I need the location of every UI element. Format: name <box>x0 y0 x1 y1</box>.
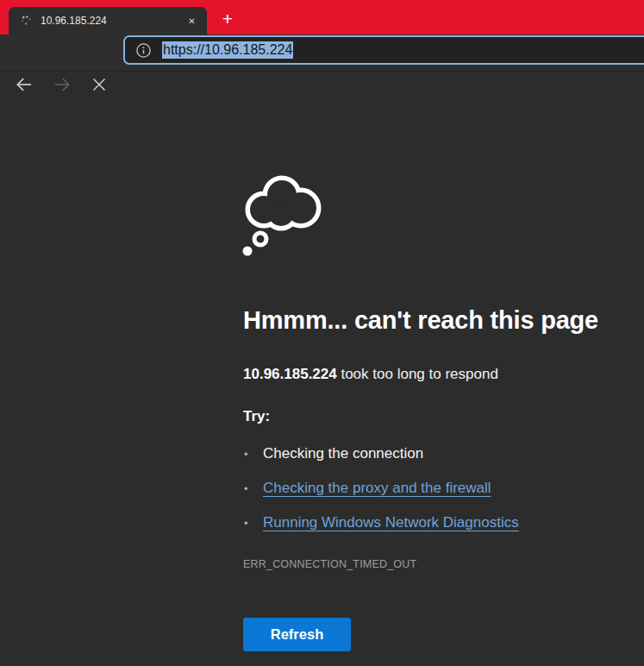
forward-button[interactable] <box>50 72 74 97</box>
suggestion-item: Checking the proxy and the firewall <box>243 479 631 498</box>
toolbar: https://10.96.185.224 <box>0 35 644 72</box>
url-text[interactable]: https://10.96.185.224 <box>162 42 293 58</box>
stop-button[interactable] <box>87 72 111 97</box>
suggestions-list: Checking the connection Checking the pro… <box>243 444 631 532</box>
network-diagnostics-link[interactable]: Running Windows Network Diagnostics <box>263 514 519 531</box>
address-bar[interactable]: https://10.96.185.224 <box>123 35 644 65</box>
error-subtitle: 10.96.185.224 took too long to respond <box>243 365 631 384</box>
forward-arrow-icon <box>53 75 72 94</box>
browser-window: 10.96.185.224 ✕ + https <box>0 0 644 666</box>
close-icon: ✕ <box>188 16 195 26</box>
suggestion-item: Running Windows Network Diagnostics <box>243 513 631 532</box>
back-arrow-icon <box>15 75 34 94</box>
proxy-firewall-link[interactable]: Checking the proxy and the firewall <box>263 480 491 496</box>
loading-spinner-icon <box>20 15 32 27</box>
host-name: 10.96.185.224 <box>243 366 337 382</box>
tab-strip: 10.96.185.224 ✕ + <box>0 0 644 35</box>
subtitle-text: took too long to respond <box>337 366 498 382</box>
tab-title: 10.96.185.224 <box>41 15 184 27</box>
suggestion-text: Checking the connection <box>263 445 423 462</box>
stop-x-icon <box>91 76 108 93</box>
info-icon[interactable] <box>134 41 153 60</box>
thought-bubble-cloud-icon <box>241 169 324 257</box>
try-label: Try: <box>243 407 631 426</box>
plus-icon: + <box>222 9 233 29</box>
suggestion-item: Checking the connection <box>243 444 631 463</box>
error-page-content: Hmmm... can't reach this page 10.96.185.… <box>243 169 631 651</box>
new-tab-button[interactable]: + <box>216 8 239 30</box>
error-code: ERR_CONNECTION_TIMED_OUT <box>243 558 631 570</box>
browser-tab[interactable]: 10.96.185.224 ✕ <box>9 7 207 35</box>
url-selected-text[interactable]: https://10.96.185.224 <box>162 41 293 59</box>
refresh-button[interactable]: Refresh <box>243 618 351 651</box>
error-title: Hmmm... can't reach this page <box>243 304 631 336</box>
back-button[interactable] <box>12 72 36 97</box>
tab-close-button[interactable]: ✕ <box>184 13 200 29</box>
